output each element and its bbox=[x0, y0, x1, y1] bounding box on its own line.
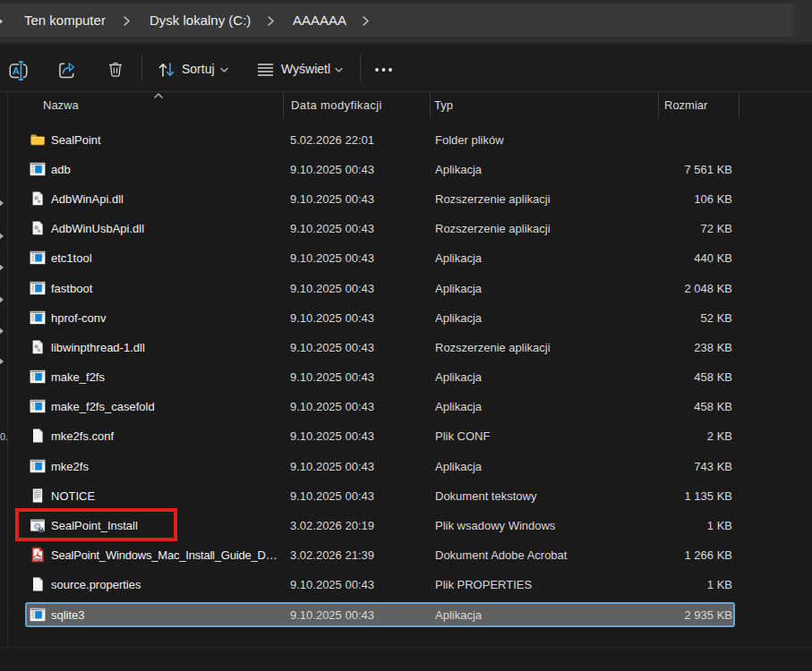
svg-text:A: A bbox=[13, 65, 20, 76]
svg-text:PDF: PDF bbox=[34, 557, 42, 562]
